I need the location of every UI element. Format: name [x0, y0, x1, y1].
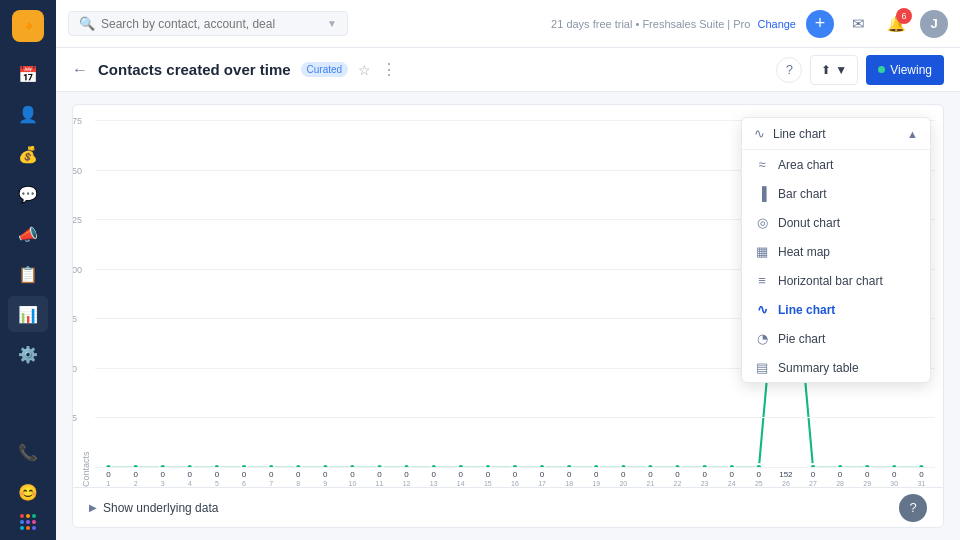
sidebar-item-phone[interactable]: 📞	[8, 434, 48, 470]
viewing-dot	[878, 66, 885, 73]
chart-container: Contacts 152 1751501251007550250 0102030…	[72, 104, 944, 528]
line-chart-icon-header: ∿	[754, 126, 765, 141]
contacts-icon: 👤	[18, 105, 38, 124]
report-header: ← Contacts created over time Curated ☆ ⋮…	[56, 48, 960, 92]
y-axis-label: Contacts	[81, 121, 91, 487]
x-label: 04	[176, 470, 203, 487]
sidebar-item-analytics[interactable]: 📋	[8, 256, 48, 292]
hbar-chart-label: Horizontal bar chart	[778, 274, 883, 288]
x-label: 016	[501, 470, 528, 487]
dropdown-item-donut[interactable]: ◎ Donut chart	[742, 208, 930, 237]
pie-chart-icon: ◔	[754, 331, 770, 346]
show-data-arrow: ▶	[89, 502, 97, 513]
dropdown-item-area[interactable]: ≈ Area chart	[742, 150, 930, 179]
bar-chart-label: Bar chart	[778, 187, 827, 201]
x-label: 014	[447, 470, 474, 487]
export-arrow: ▼	[835, 63, 847, 77]
change-link[interactable]: Change	[757, 18, 796, 30]
x-label: 031	[908, 470, 935, 487]
x-label: 013	[420, 470, 447, 487]
settings-icon: ⚙️	[18, 345, 38, 364]
x-label: 020	[610, 470, 637, 487]
search-input[interactable]	[101, 17, 321, 31]
x-label: 010	[339, 470, 366, 487]
dropdown-item-line[interactable]: ∿ Line chart	[742, 295, 930, 324]
dropdown-item-bar[interactable]: ▐ Bar chart	[742, 179, 930, 208]
dropdown-item-table[interactable]: ▤ Summary table	[742, 353, 930, 382]
dropdown-item-hbar[interactable]: ≡ Horizontal bar chart	[742, 266, 930, 295]
nav-right: 21 days free trial • Freshsales Suite | …	[551, 10, 948, 38]
x-label: 07	[258, 470, 285, 487]
sidebar-item-settings[interactable]: ⚙️	[8, 336, 48, 372]
phone-icon: 📞	[18, 443, 38, 462]
help-button[interactable]: ?	[776, 57, 802, 83]
sidebar-logo[interactable]: 🔸	[12, 10, 44, 42]
viewing-button[interactable]: Viewing	[866, 55, 944, 85]
sidebar-item-reports[interactable]: 📊	[8, 296, 48, 332]
messages-icon: 💬	[18, 185, 38, 204]
x-label: 012	[393, 470, 420, 487]
donut-chart-icon: ◎	[754, 215, 770, 230]
sidebar-item-messages[interactable]: 💬	[8, 176, 48, 212]
x-label: 15226	[772, 470, 799, 487]
notification-button[interactable]: 🔔 6	[882, 10, 910, 38]
report-title: Contacts created over time	[98, 61, 291, 78]
search-bar[interactable]: 🔍 ▼	[68, 11, 348, 36]
sidebar-bottom: 📞 😊	[8, 434, 48, 530]
bottom-help-button[interactable]: ?	[899, 494, 927, 522]
content-area: ← Contacts created over time Curated ☆ ⋮…	[56, 48, 960, 540]
reports-icon: 📊	[18, 305, 38, 324]
logo-icon: 🔸	[17, 15, 39, 37]
star-icon[interactable]: ☆	[358, 62, 371, 78]
x-label: 018	[556, 470, 583, 487]
curated-badge: Curated	[301, 62, 349, 77]
pie-chart-label: Pie chart	[778, 332, 825, 346]
heat-map-label: Heat map	[778, 245, 830, 259]
area-chart-icon: ≈	[754, 157, 770, 172]
x-axis: 0102030405060708090100110120130140150160…	[95, 470, 935, 487]
sidebar-item-calendar[interactable]: 📅	[8, 56, 48, 92]
email-icon-button[interactable]: ✉	[844, 10, 872, 38]
heat-map-icon: ▦	[754, 244, 770, 259]
show-data-label: Show underlying data	[103, 501, 218, 515]
dropdown-item-pie[interactable]: ◔ Pie chart	[742, 324, 930, 353]
avatar[interactable]: J	[920, 10, 948, 38]
x-label: 011	[366, 470, 393, 487]
sidebar-item-campaigns[interactable]: 📣	[8, 216, 48, 252]
x-label: 025	[745, 470, 772, 487]
x-label: 029	[854, 470, 881, 487]
chart-type-dropdown[interactable]: ∿ Line chart ▲ ≈ Area chart ▐ Bar chart …	[741, 117, 931, 383]
more-options-icon[interactable]: ⋮	[381, 60, 397, 79]
dropdown-icon[interactable]: ▼	[327, 18, 337, 29]
x-label: 01	[95, 470, 122, 487]
help-icon: ?	[909, 500, 916, 515]
line-chart-icon: ∿	[754, 302, 770, 317]
export-icon: ⬆	[821, 63, 831, 77]
sidebar-item-feedback[interactable]: 😊	[8, 474, 48, 510]
back-button[interactable]: ←	[72, 61, 88, 79]
export-button[interactable]: ⬆ ▼	[810, 55, 858, 85]
sidebar-item-contacts[interactable]: 👤	[8, 96, 48, 132]
x-label: 09	[312, 470, 339, 487]
donut-chart-label: Donut chart	[778, 216, 840, 230]
dropdown-selected-label: Line chart	[773, 127, 826, 141]
x-label: 024	[718, 470, 745, 487]
x-label: 06	[230, 470, 257, 487]
x-label: 08	[285, 470, 312, 487]
x-label: 023	[691, 470, 718, 487]
show-data-button[interactable]: ▶ Show underlying data	[89, 501, 218, 515]
x-label: 017	[529, 470, 556, 487]
x-label: 03	[149, 470, 176, 487]
app-switcher[interactable]	[20, 514, 36, 530]
summary-table-icon: ▤	[754, 360, 770, 375]
bottom-bar: ▶ Show underlying data ?	[73, 487, 943, 527]
sidebar-item-deals[interactable]: 💰	[8, 136, 48, 172]
add-button[interactable]: +	[806, 10, 834, 38]
x-label: 015	[474, 470, 501, 487]
x-label: 02	[122, 470, 149, 487]
trial-text: 21 days free trial • Freshsales Suite | …	[551, 18, 796, 30]
main-area: 🔍 ▼ 21 days free trial • Freshsales Suit…	[56, 0, 960, 540]
dropdown-item-heatmap[interactable]: ▦ Heat map	[742, 237, 930, 266]
area-chart-label: Area chart	[778, 158, 833, 172]
dropdown-header[interactable]: ∿ Line chart ▲	[742, 118, 930, 150]
